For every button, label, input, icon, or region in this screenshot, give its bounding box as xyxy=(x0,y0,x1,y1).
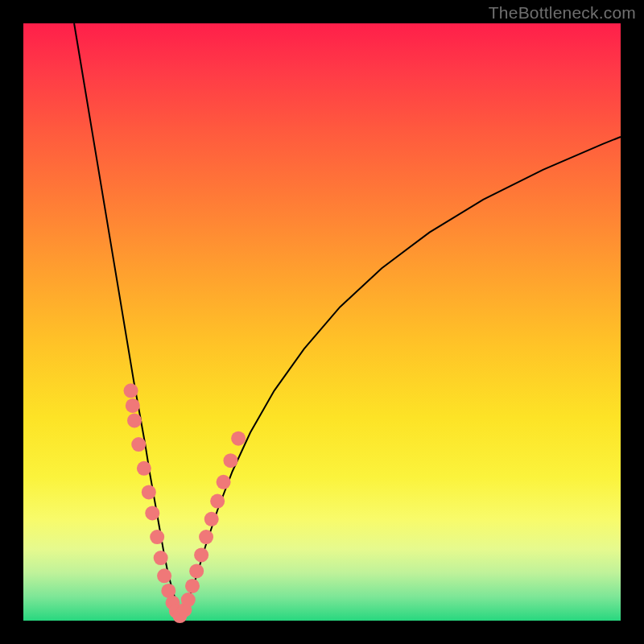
data-dot xyxy=(181,592,196,607)
data-dot xyxy=(185,579,200,593)
bottleneck-curve-chart xyxy=(0,0,644,644)
data-dot xyxy=(194,547,208,562)
data-dot xyxy=(210,494,225,509)
data-dot xyxy=(189,564,204,578)
data-dot xyxy=(157,568,171,583)
data-dot xyxy=(199,530,213,544)
data-dot xyxy=(142,485,156,499)
data-dot xyxy=(217,475,231,489)
data-dot xyxy=(150,530,164,544)
data-dot xyxy=(124,383,138,398)
data-dot xyxy=(126,398,140,413)
data-dot xyxy=(137,461,151,476)
data-dot xyxy=(131,437,146,452)
data-dot xyxy=(223,453,237,468)
data-dot xyxy=(231,431,246,446)
data-dot xyxy=(127,413,142,427)
curve-left xyxy=(74,23,182,616)
data-dot xyxy=(145,506,159,520)
data-dot xyxy=(204,512,219,526)
data-dot xyxy=(154,551,168,565)
curve-right xyxy=(182,137,621,616)
watermark-text: TheBottleneck.com xyxy=(489,3,636,23)
